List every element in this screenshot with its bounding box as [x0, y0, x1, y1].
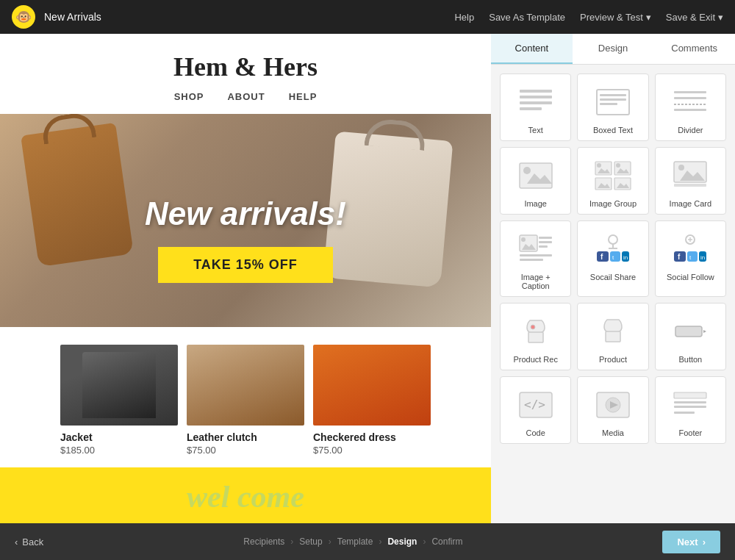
content-block-button[interactable]: Button	[655, 303, 726, 370]
content-block-media[interactable]: Media	[577, 376, 648, 444]
svg-rect-2	[520, 101, 552, 104]
panel-tabs: Content Design Comments	[491, 34, 735, 65]
back-label: Back	[22, 536, 43, 548]
email-content: Hem & Hers SHOP ABOUT HELP New arrivals!…	[0, 34, 491, 523]
product-name-jacket: Jacket	[60, 431, 178, 443]
boxed-text-block-label: Boxed Text	[593, 126, 633, 134]
step-setup[interactable]: Setup	[299, 536, 322, 547]
svg-rect-28	[674, 184, 706, 187]
content-block-image-group[interactable]: Image Group	[577, 147, 648, 215]
chevron-right-icon: ›	[703, 536, 706, 548]
svg-rect-3	[520, 107, 542, 110]
svg-point-14	[523, 167, 531, 174]
product-name-clutch: Leather clutch	[187, 431, 304, 443]
svg-point-54	[531, 325, 535, 329]
svg-rect-9	[674, 97, 706, 99]
step-design[interactable]: Design	[387, 536, 417, 547]
svg-rect-34	[539, 245, 548, 248]
social-follow-block-label: Social Follow	[667, 273, 714, 281]
chevron-down-icon: ▾	[646, 12, 651, 23]
cta-button[interactable]: TAKE 15% OFF	[158, 247, 333, 283]
footer-icon	[667, 386, 714, 424]
help-link[interactable]: Help	[454, 12, 474, 23]
product-price-clutch: $75.00	[187, 445, 304, 456]
svg-rect-32	[539, 237, 552, 239]
panel-content: Text Boxed Text Divider	[491, 65, 735, 523]
next-label: Next	[677, 536, 698, 548]
tab-comments[interactable]: Comments	[653, 34, 735, 64]
mailchimp-logo: 🐵	[12, 5, 35, 29]
divider-block-label: Divider	[678, 126, 703, 134]
content-block-product-rec[interactable]: Product Rec	[500, 303, 571, 370]
content-block-image[interactable]: Image	[500, 147, 571, 215]
tab-content[interactable]: Content	[491, 34, 573, 64]
content-block-text[interactable]: Text	[500, 73, 571, 141]
email-nav: SHOP ABOUT HELP	[12, 91, 479, 102]
content-block-social-share[interactable]: f t in Socail Share	[577, 220, 648, 297]
top-bar-right: Help Save As Template Preview & Test ▾ S…	[454, 12, 723, 23]
nav-help: HELP	[289, 91, 318, 102]
text-lines-icon	[512, 83, 559, 121]
chevron-down-icon-2: ▾	[718, 12, 723, 23]
svg-rect-64	[674, 401, 706, 403]
media-block-label: Media	[602, 428, 624, 437]
text-block-label: Text	[528, 126, 543, 134]
svg-point-31	[521, 237, 526, 242]
product-item-jacket: Jacket $185.00	[60, 345, 178, 456]
product-icon	[589, 312, 637, 351]
svg-rect-11	[674, 109, 706, 111]
svg-rect-4	[597, 90, 629, 115]
save-template-link[interactable]: Save As Template	[489, 12, 565, 23]
image-caption-icon	[512, 230, 559, 268]
back-button[interactable]: ‹ Back	[15, 536, 43, 548]
social-share-icon: f t in	[589, 230, 637, 268]
product-image-clutch	[187, 345, 304, 426]
step-template[interactable]: Template	[337, 536, 373, 547]
svg-point-27	[678, 165, 684, 170]
product-item-dress: Checkered dress $75.00	[313, 345, 431, 456]
content-block-product[interactable]: Product	[577, 303, 648, 370]
svg-rect-5	[600, 94, 626, 96]
next-button[interactable]: Next ›	[662, 531, 720, 553]
content-block-image-card[interactable]: Image Card	[655, 147, 726, 215]
email-preview-panel: Hem & Hers SHOP ABOUT HELP New arrivals!…	[0, 34, 491, 523]
svg-rect-65	[674, 406, 706, 408]
product-item-clutch: Leather clutch $75.00	[187, 345, 304, 456]
image-block-label: Image	[524, 199, 547, 208]
content-block-footer[interactable]: Footer	[655, 376, 726, 444]
divider-icon	[667, 83, 714, 121]
content-block-code[interactable]: </> Code	[500, 376, 571, 444]
svg-rect-55	[606, 331, 620, 342]
product-name-dress: Checkered dress	[313, 431, 431, 443]
boxed-text-icon	[589, 83, 637, 121]
svg-rect-66	[674, 412, 695, 414]
preview-test-button[interactable]: Preview & Test ▾	[580, 12, 651, 23]
svg-point-20	[616, 163, 620, 168]
image-caption-block-label: Image + Caption	[506, 273, 564, 290]
svg-text:</>: </>	[524, 398, 545, 412]
app-title: New Arrivals	[44, 11, 101, 23]
arrow-2: ›	[329, 536, 331, 547]
right-panel: Content Design Comments Text	[491, 34, 735, 523]
arrow-3: ›	[379, 536, 381, 547]
step-recipients[interactable]: Recipients	[243, 536, 284, 547]
svg-rect-63	[674, 392, 706, 398]
svg-rect-8	[674, 91, 706, 93]
button-icon	[667, 312, 714, 351]
svg-rect-1	[520, 96, 552, 98]
product-rec-block-label: Product Rec	[513, 355, 558, 364]
bottom-bar: ‹ Back Recipients › Setup › Template › D…	[0, 523, 735, 560]
arrow-1: ›	[290, 536, 293, 547]
content-block-social-follow[interactable]: f t in Social Follow	[655, 220, 726, 297]
footer-block-label: Footer	[678, 428, 702, 437]
content-block-boxed-text[interactable]: Boxed Text	[577, 73, 648, 141]
email-footer-preview: wel come	[0, 467, 491, 523]
content-block-image-caption[interactable]: Image + Caption	[500, 220, 571, 297]
step-confirm[interactable]: Confirm	[431, 536, 462, 547]
content-block-divider[interactable]: Divider	[655, 73, 726, 141]
image-card-block-label: Image Card	[670, 199, 711, 208]
product-block-label: Product	[599, 355, 627, 364]
save-exit-button[interactable]: Save & Exit ▾	[666, 12, 723, 23]
tab-design[interactable]: Design	[573, 34, 654, 64]
svg-rect-35	[520, 254, 552, 256]
